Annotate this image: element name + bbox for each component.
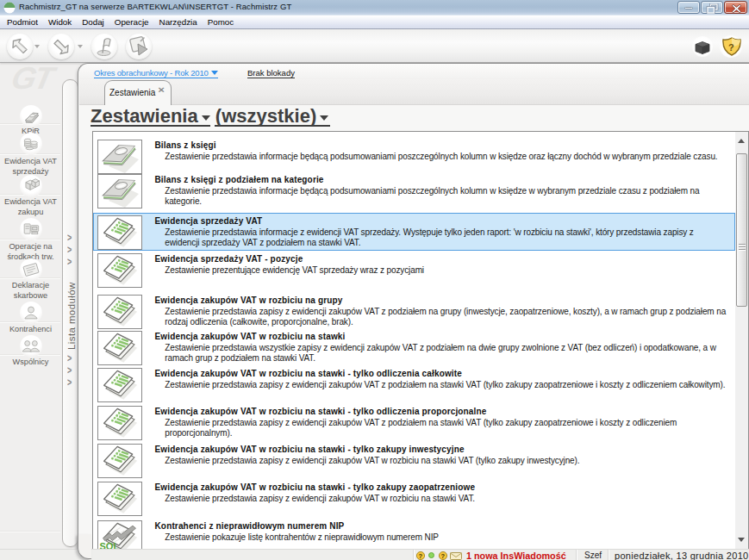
svg-text:GT: GT [6, 7, 13, 12]
